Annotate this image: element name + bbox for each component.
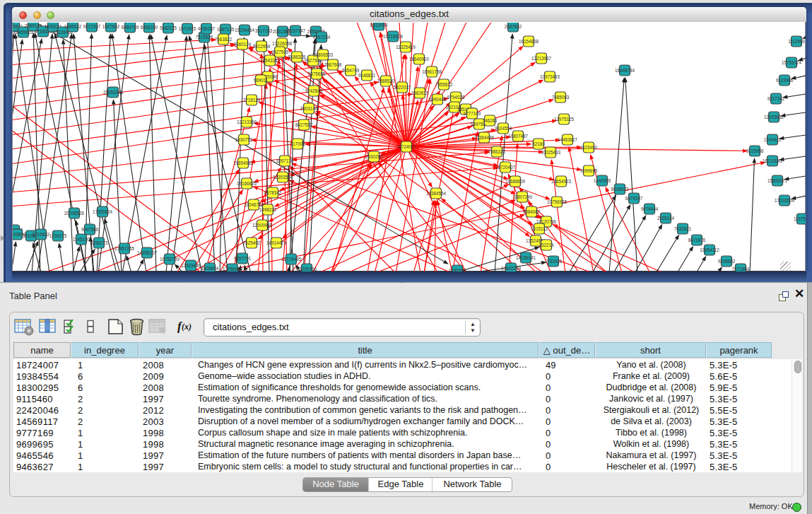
svg-text:1527602: 1527602: [102, 23, 120, 28]
svg-text:14914479: 14914479: [266, 240, 287, 245]
svg-text:13226058: 13226058: [272, 40, 293, 45]
svg-text:252214: 252214: [539, 242, 554, 247]
svg-text:15157347: 15157347: [286, 28, 306, 33]
svg-text:1167533: 1167533: [794, 216, 806, 221]
svg-text:3917183: 3917183: [255, 28, 273, 33]
svg-text:29053346: 29053346: [103, 89, 124, 94]
svg-text:7515526: 7515526: [196, 34, 213, 39]
svg-text:16648784: 16648784: [615, 67, 635, 72]
svg-text:1667135: 1667135: [217, 26, 235, 31]
svg-text:9660124: 9660124: [234, 41, 252, 46]
svg-text:21364436: 21364436: [474, 134, 495, 139]
svg-text:9457791: 9457791: [234, 255, 252, 260]
svg-text:5322037: 5322037: [394, 84, 411, 89]
svg-text:1890399: 1890399: [449, 267, 466, 271]
svg-text:1234275: 1234275: [49, 233, 67, 238]
svg-text:6466160: 6466160: [141, 24, 158, 29]
svg-text:10046708: 10046708: [244, 201, 264, 206]
svg-text:5875685: 5875685: [308, 71, 326, 76]
svg-text:17016504: 17016504: [775, 197, 795, 202]
svg-text:8806804: 8806804: [201, 265, 219, 270]
svg-text:16961758: 16961758: [422, 69, 442, 74]
svg-text:9674444: 9674444: [641, 206, 659, 211]
svg-text:9242848: 9242848: [305, 88, 323, 93]
svg-text:6990448: 6990448: [429, 96, 447, 101]
svg-text:19384554: 19384554: [426, 190, 447, 195]
svg-text:8471676: 8471676: [688, 237, 706, 242]
svg-text:12909948: 12909948: [252, 222, 273, 227]
svg-text:16210643: 16210643: [763, 158, 783, 163]
svg-text:8427552: 8427552: [295, 122, 313, 127]
svg-text:21200396: 21200396: [297, 266, 317, 271]
svg-text:7625402: 7625402: [243, 240, 261, 245]
svg-text:8489709: 8489709: [122, 24, 139, 29]
svg-text:8336273: 8336273: [90, 240, 108, 245]
svg-text:9129906: 9129906: [776, 77, 794, 82]
svg-text:4439167: 4439167: [198, 25, 216, 30]
svg-text:7986322: 7986322: [488, 148, 506, 153]
svg-text:9699695: 9699695: [580, 168, 598, 173]
svg-text:7663822: 7663822: [215, 36, 233, 41]
svg-text:10973493: 10973493: [540, 74, 560, 78]
svg-text:8678342: 8678342: [264, 189, 282, 194]
svg-text:9777169: 9777169: [464, 110, 481, 115]
svg-text:7357234: 7357234: [313, 34, 331, 39]
svg-text:15751074: 15751074: [782, 59, 802, 64]
svg-text:3624554: 3624554: [495, 125, 512, 130]
svg-text:14958107: 14958107: [137, 250, 158, 255]
svg-text:17956909: 17956909: [223, 266, 243, 271]
svg-text:2935114: 2935114: [657, 215, 675, 220]
svg-text:1215682: 1215682: [33, 231, 50, 236]
svg-text:8912954: 8912954: [253, 43, 271, 48]
svg-text:1588520: 1588520: [377, 78, 395, 83]
svg-text:16782759: 16782759: [160, 256, 180, 261]
svg-text:1733426: 1733426: [545, 258, 563, 263]
svg-text:16154808: 16154808: [519, 38, 539, 43]
svg-text:7485063: 7485063: [552, 94, 570, 99]
svg-text:12213369: 12213369: [237, 119, 257, 124]
svg-text:18807249: 18807249: [512, 194, 533, 199]
svg-text:8186328: 8186328: [288, 54, 306, 59]
svg-text:5682115: 5682115: [160, 25, 177, 30]
svg-text:10654112: 10654112: [700, 247, 719, 252]
svg-text:3267130: 3267130: [276, 158, 294, 163]
svg-text:15692971: 15692971: [767, 177, 788, 182]
svg-text:62160: 62160: [532, 141, 545, 146]
svg-text:989011: 989011: [254, 77, 269, 82]
svg-text:9215958: 9215958: [746, 148, 764, 153]
svg-text:7671884: 7671884: [732, 266, 750, 271]
svg-text:2687682: 2687682: [505, 23, 522, 28]
svg-text:19654982: 19654982: [233, 160, 254, 165]
svg-text:12923446: 12923446: [181, 262, 201, 267]
svg-text:10756928: 10756928: [547, 199, 567, 204]
svg-text:8813054: 8813054: [370, 23, 388, 28]
svg-text:8938923: 8938923: [611, 186, 629, 191]
svg-text:9217207: 9217207: [83, 23, 101, 28]
svg-text:1930755: 1930755: [235, 136, 253, 141]
svg-text:8454749: 8454749: [342, 67, 360, 72]
svg-text:19218906: 19218906: [383, 33, 404, 38]
svg-text:19299464: 19299464: [235, 27, 255, 32]
svg-text:12353594: 12353594: [273, 174, 293, 179]
svg-text:10688609: 10688609: [505, 178, 526, 183]
svg-text:9245652: 9245652: [718, 258, 736, 263]
svg-text:18640910: 18640910: [409, 56, 430, 61]
svg-text:20206526: 20206526: [64, 210, 85, 215]
svg-text:9146821: 9146821: [358, 72, 376, 77]
svg-text:7632621: 7632621: [674, 226, 692, 230]
svg-text:9097586: 9097586: [81, 226, 99, 231]
svg-text:9327505: 9327505: [271, 49, 289, 54]
svg-text:2718126: 2718126: [243, 97, 261, 102]
svg-text:12975125: 12975125: [554, 116, 575, 121]
svg-text:6479197: 6479197: [625, 195, 643, 200]
svg-text:16543362: 16543362: [260, 57, 281, 62]
svg-text:9084067: 9084067: [523, 209, 541, 214]
svg-text:1145190: 1145190: [73, 236, 90, 241]
svg-text:1440955: 1440955: [594, 177, 611, 182]
svg-text:1615112: 1615112: [531, 226, 548, 230]
svg-text:17857255: 17857255: [114, 245, 135, 250]
svg-text:2803144: 2803144: [300, 105, 318, 110]
svg-text:(x): (x): [182, 322, 192, 332]
svg-text:746266: 746266: [482, 117, 498, 122]
svg-text:1071915: 1071915: [179, 25, 196, 30]
